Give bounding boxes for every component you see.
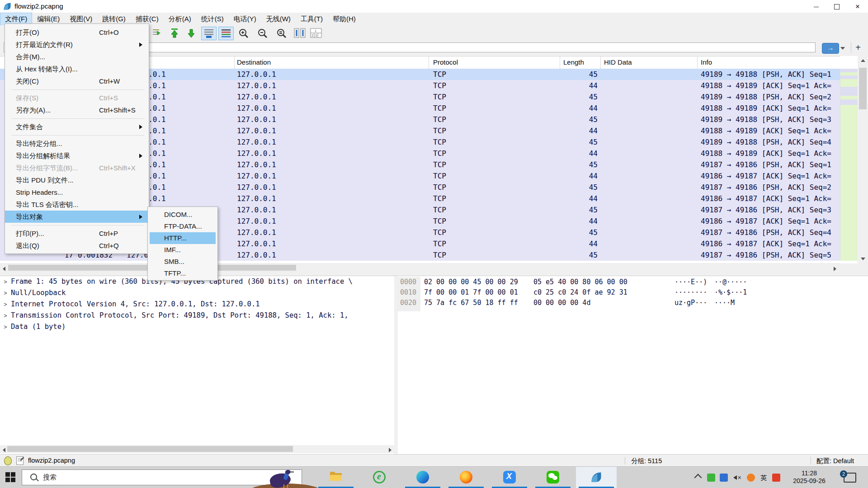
file-menu-item[interactable]: 另存为(A)... Ctrl+Shift+S [5,104,149,116]
ime-indicator[interactable]: 英 [760,474,768,482]
column-divider[interactable] [429,56,429,69]
tray-expand-icon[interactable] [694,474,702,482]
submenu-item[interactable]: FTP-DATA... [150,221,216,232]
menubar-item[interactable]: 统计(S) [196,13,229,25]
taskbar-search-box[interactable]: 搜索 [22,469,302,485]
submenu-item[interactable]: TFTP... [150,267,216,279]
taskbar-wechat[interactable] [533,467,573,488]
auto-scroll-toggle[interactable] [201,27,217,40]
details-horizontal-scrollbar[interactable] [0,445,394,453]
menubar-item[interactable]: 电话(Y) [229,13,261,25]
column-length[interactable]: Length [563,58,584,66]
resize-columns-icon[interactable] [293,27,307,39]
file-menu-item[interactable]: 从 Hex 转储导入(I)... [5,63,149,75]
goto-packet-icon[interactable] [151,27,165,39]
column-divider[interactable] [600,56,601,69]
scroll-up-arrow[interactable] [858,56,868,65]
hex-row[interactable]: 0020 75 7a fc 67 50 18 ff ff 00 00 00 00… [398,298,868,308]
scroll-left-arrow[interactable] [1,446,7,452]
file-menu-item[interactable]: 保存(S) Ctrl+S [5,92,149,104]
close-button[interactable] [847,0,868,13]
minimize-button[interactable] [806,0,826,13]
column-divider[interactable] [697,56,698,69]
file-menu-item[interactable]: 导出分组解析结果 [5,150,149,162]
scroll-left-arrow[interactable] [1,265,7,271]
file-menu-item[interactable] [5,116,149,121]
expert-info-icon[interactable] [4,456,12,465]
intelligent-scrollbar-minimap[interactable] [840,69,858,261]
scroll-right-arrow[interactable] [387,446,393,452]
go-first-packet-icon[interactable] [168,27,181,39]
file-menu-item[interactable]: 文件集合 [5,121,149,133]
submenu-item[interactable]: SMB... [150,256,216,267]
hex-row[interactable]: 0000 02 00 00 00 45 00 00 29 05 e5 40 00… [398,277,868,287]
scroll-down-arrow[interactable] [858,254,868,263]
packet-list-vertical-scrollbar[interactable] [858,56,868,263]
expand-chevron-icon[interactable]: > [0,310,11,321]
tray-green-app-icon[interactable] [707,474,715,482]
expand-chevron-icon[interactable]: > [0,276,11,287]
tray-blue-app-icon[interactable] [720,474,728,482]
file-menu-item[interactable]: 退出(Q) Ctrl+Q [5,239,149,252]
file-menu-item[interactable]: Strip Headers... [5,186,149,198]
expand-chevron-icon[interactable]: > [0,321,11,333]
filter-dropdown-caret-icon[interactable] [840,47,845,50]
file-menu-item[interactable]: 导出 PDU 到文件... [5,174,149,186]
expand-chevron-icon[interactable]: > [0,287,11,299]
details-scrollbar-thumb[interactable] [7,446,293,452]
file-menu-item[interactable] [5,87,149,92]
taskbar-internet-explorer[interactable] [359,467,400,488]
menubar-item[interactable]: 无线(W) [261,13,296,25]
maximize-button[interactable] [826,0,847,13]
scroll-right-arrow[interactable] [832,265,838,271]
column-info[interactable]: Info [701,58,712,66]
detail-line[interactable]: >Transmission Control Protocol, Src Port… [0,310,394,321]
file-menu-item[interactable]: 导出 TLS 会话密钥... [5,198,149,211]
column-divider[interactable] [234,56,235,69]
profile-label[interactable]: 配置: Default [816,457,854,465]
taskbar-wireshark[interactable] [576,467,617,488]
detail-line[interactable]: >Data (1 byte) [0,321,394,333]
start-button[interactable] [5,472,16,483]
taskbar-clock[interactable]: 11:28 2025-09-26 [787,469,832,485]
volume-muted-icon[interactable]: ✕ [733,474,741,482]
detail-line[interactable]: >Internet Protocol Version 4, Src: 127.0… [0,299,394,310]
taskbar-firefox[interactable] [446,467,486,488]
menubar-item[interactable]: 帮助(H) [328,13,361,25]
apply-filter-button[interactable] [822,43,839,54]
packet-list-horizontal-scrollbar[interactable] [0,263,840,272]
add-filter-button[interactable]: + [851,42,865,53]
zoom-out-icon[interactable] [256,27,269,39]
file-menu-item[interactable]: 导出特定分组... [5,137,149,150]
file-menu-item[interactable] [5,223,149,227]
file-menu-item[interactable]: 打印(P)... Ctrl+P [5,227,149,239]
pane-splitter[interactable] [0,272,868,276]
submenu-item[interactable]: IMF... [150,244,216,256]
zoom-in-icon[interactable] [237,27,250,39]
details-hex-divider[interactable] [394,276,398,455]
menubar-item[interactable]: 工具(T) [296,13,328,25]
search-highlight-bird-image[interactable] [240,470,324,488]
taskbar-edge[interactable] [402,467,443,488]
tray-red-app-icon[interactable] [772,474,780,482]
vertical-scrollbar-thumb[interactable] [859,68,867,109]
file-menu-item[interactable]: 关闭(C) Ctrl+W [5,75,149,87]
file-menu-item[interactable]: 导出对象 [5,211,149,223]
file-menu-item[interactable]: 打开(O) Ctrl+O [5,26,149,38]
zoom-reset-icon[interactable] [275,27,288,39]
detail-line[interactable]: >Null/Loopback [0,287,394,299]
file-menu-item[interactable]: 打开最近的文件(R) [5,38,149,51]
go-last-packet-icon[interactable] [184,27,198,39]
hex-row[interactable]: 0010 7f 00 00 01 7f 00 00 01 c0 25 c0 24… [398,287,868,298]
column-protocol[interactable]: Protocol [433,58,458,66]
file-menu-item[interactable]: 合并(M)... [5,51,149,63]
column-hid-data[interactable]: HID Data [604,58,632,66]
submenu-item[interactable]: DICOM... [150,209,216,221]
taskbar-thunder[interactable] [489,467,530,488]
numbered-columns-icon[interactable]: 123 [309,27,323,39]
submenu-item[interactable]: HTTP... [150,232,216,244]
taskbar-file-explorer[interactable] [316,467,356,488]
column-destination[interactable]: Destination [237,58,271,66]
colorize-toggle[interactable] [218,27,234,40]
tray-orange-app-icon[interactable] [747,474,755,482]
